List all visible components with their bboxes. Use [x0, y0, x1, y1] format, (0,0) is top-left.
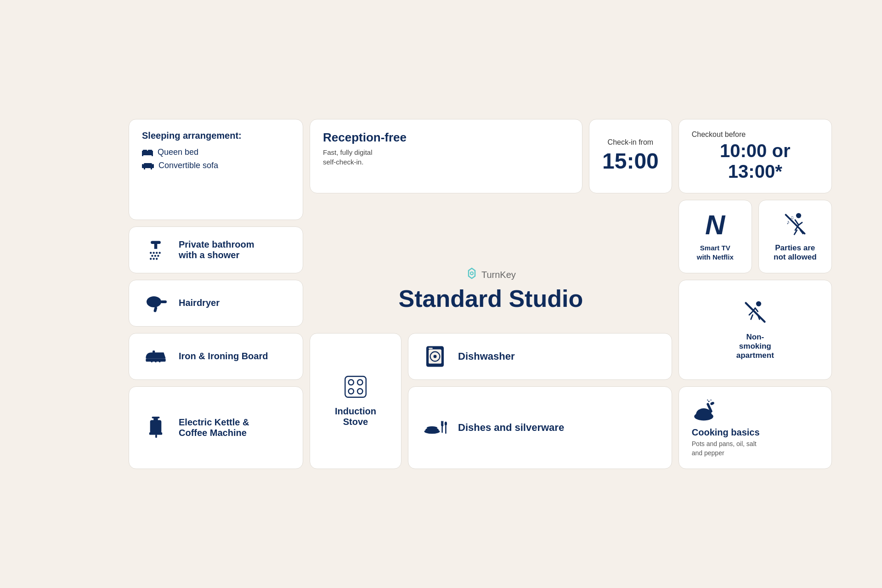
svg-rect-10	[151, 167, 152, 170]
kettle-label: Electric Kettle &Coffee Machine	[179, 417, 249, 438]
hairdryer-icon	[144, 291, 168, 315]
svg-point-48	[357, 389, 362, 394]
bathroom-card: Private bathroomwith a shower	[129, 226, 303, 273]
dishes-card: Dishes and silverware	[408, 386, 672, 469]
brand-name: Standard Studio	[399, 286, 583, 312]
checkout-card: Checkout before 10:00 or 13:00*	[678, 119, 832, 193]
svg-point-29	[155, 361, 156, 362]
nosmoking-label: Non-smokingapartment	[736, 333, 774, 360]
sleeping-item-sofa: Convertible sofa	[142, 161, 290, 170]
svg-rect-40	[149, 432, 162, 435]
iron-label: Iron & Ironing Board	[179, 351, 268, 362]
dishwasher-card: Dishwasher	[408, 333, 672, 380]
bed-icon	[142, 148, 153, 156]
svg-point-23	[156, 258, 158, 260]
svg-point-16	[156, 252, 158, 254]
svg-rect-8	[152, 164, 154, 168]
svg-point-65	[708, 401, 709, 402]
svg-rect-39	[150, 420, 162, 433]
svg-point-28	[151, 361, 153, 362]
reception-card: Reception-free Fast, fully digitalself-c…	[310, 119, 582, 193]
brand-logo-text: TurnKey	[481, 270, 516, 280]
checkin-label: Check-in from	[608, 138, 654, 147]
svg-rect-12	[151, 241, 161, 244]
svg-point-21	[150, 258, 152, 260]
turnkey-logo-icon	[466, 267, 478, 282]
iron-icon	[144, 345, 168, 368]
induction-label: Induction Stove	[323, 406, 388, 427]
dishes-icon-area	[421, 416, 449, 440]
svg-rect-44	[345, 376, 366, 397]
svg-point-22	[153, 258, 155, 260]
svg-point-45	[349, 380, 354, 385]
svg-point-17	[159, 252, 161, 254]
svg-rect-25	[160, 300, 167, 303]
sofa-icon	[142, 161, 154, 170]
svg-text:♪: ♪	[786, 219, 790, 226]
svg-rect-2	[142, 154, 143, 156]
dishwasher-icon-area	[421, 345, 449, 368]
no-parties-icon: ♪ ♫	[782, 211, 808, 237]
cooking-icon	[692, 398, 716, 422]
hairdryer-icon-area	[142, 291, 170, 315]
svg-rect-42	[152, 417, 159, 418]
sleeping-arrangement-card: Sleeping arrangement: Queen bed Conve	[129, 119, 303, 220]
svg-point-33	[796, 213, 801, 218]
svg-rect-31	[153, 351, 155, 354]
svg-point-19	[154, 255, 156, 257]
sleeping-title: Sleeping arrangement:	[142, 130, 290, 141]
svg-rect-11	[144, 163, 152, 166]
svg-point-67	[707, 400, 708, 401]
bathroom-icon-area	[142, 238, 170, 262]
bathroom-label: Private bathroomwith a shower	[179, 239, 254, 260]
svg-point-37	[756, 301, 761, 306]
svg-text:♫: ♫	[790, 215, 794, 220]
induction-icon	[344, 375, 368, 399]
no-smoking-icon	[741, 300, 769, 325]
sleeping-item-bed: Queen bed	[142, 147, 290, 157]
svg-rect-43	[155, 435, 157, 438]
dishes-label: Dishes and silverware	[458, 422, 564, 434]
nosmoking-card: Non-smokingapartment	[678, 280, 832, 380]
kettle-card: Electric Kettle &Coffee Machine	[129, 386, 303, 469]
svg-rect-9	[144, 167, 145, 170]
svg-point-32	[470, 272, 473, 275]
shower-icon	[144, 238, 168, 262]
svg-point-14	[150, 252, 152, 254]
parties-card: ♪ ♫ Parties are not allowed	[758, 200, 832, 273]
svg-point-15	[153, 252, 155, 254]
svg-point-47	[349, 389, 354, 394]
hairdryer-card: Hairdryer	[129, 280, 303, 327]
svg-point-30	[159, 361, 160, 362]
reception-title: Reception-free	[323, 130, 569, 145]
bed-label: Queen bed	[158, 147, 198, 157]
iron-card: Iron & Ironing Board	[129, 333, 303, 380]
sofa-label: Convertible sofa	[158, 161, 218, 170]
svg-rect-5	[148, 150, 152, 152]
cooking-card: Cooking basics Pots and pans, oil, salta…	[678, 386, 832, 469]
svg-point-60	[445, 422, 447, 426]
svg-point-66	[710, 400, 711, 401]
dishwasher-icon	[423, 345, 447, 368]
netflix-n-logo: N	[705, 211, 725, 239]
hairdryer-label: Hairdryer	[179, 298, 220, 308]
brand-logo: TurnKey	[466, 267, 516, 282]
main-grid: Sleeping arrangement: Queen bed Conve	[129, 119, 753, 469]
induction-card: Induction Stove	[310, 333, 401, 469]
netflix-card: N Smart TVwith Netflix	[678, 200, 752, 273]
svg-point-20	[157, 255, 159, 257]
svg-rect-53	[429, 348, 433, 349]
kettle-icon	[144, 416, 168, 440]
netflix-label: Smart TVwith Netflix	[697, 243, 734, 261]
svg-rect-13	[154, 244, 158, 249]
svg-point-56	[427, 426, 437, 430]
parties-label: Parties are not allowed	[772, 243, 819, 262]
svg-rect-7	[142, 164, 144, 168]
checkin-card: Check-in from 15:00	[589, 119, 672, 193]
checkout-time: 10:00 or 13:00*	[692, 141, 819, 182]
dishwasher-label: Dishwasher	[458, 351, 515, 362]
cooking-label: Cooking basics	[692, 427, 819, 438]
svg-point-64	[710, 401, 715, 406]
svg-point-46	[357, 380, 362, 385]
iron-icon-area	[142, 345, 170, 368]
